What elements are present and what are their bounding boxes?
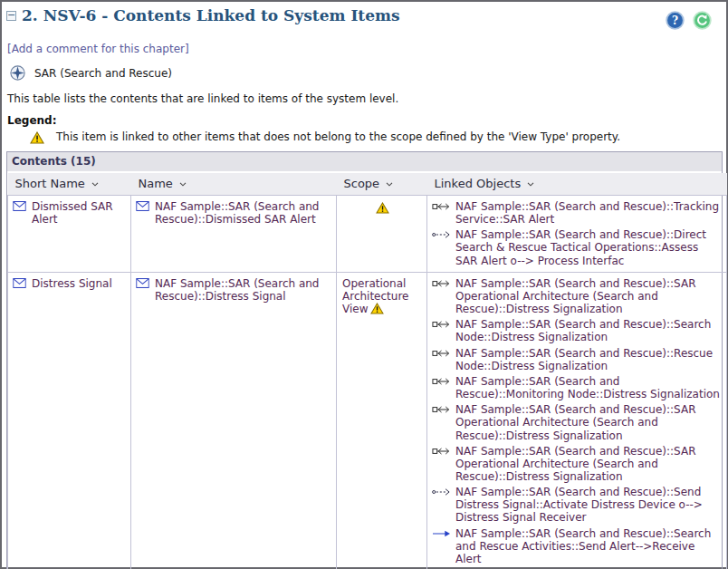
short-name-text[interactable]: Distress Signal [32, 277, 112, 290]
sort-chevron-icon[interactable] [527, 182, 534, 187]
chapter-header: − 2. NSV-6 - Contents Linked to System I… [6, 6, 723, 30]
linked-object-text[interactable]: NAF Sample::SAR (Search and Rescue)::Sen… [455, 486, 723, 524]
linked-object: NAF Sample::SAR (Search and Rescue)::SAR… [432, 403, 723, 441]
linked-object-text[interactable]: NAF Sample::SAR (Search and Rescue)::SAR… [455, 445, 723, 483]
dashed-arrow-icon [432, 230, 451, 239]
table-description: This table lists the contents that are l… [7, 92, 723, 105]
sort-chevron-icon[interactable] [91, 182, 99, 187]
element-name-text[interactable]: NAF Sample::SAR (Search and Rescue)::Dis… [155, 277, 332, 303]
page-title: 2. NSV-6 - Contents Linked to System Ite… [22, 6, 400, 24]
legend-text: This item is linked to other items that … [56, 130, 620, 143]
svg-text:?: ? [672, 14, 678, 27]
column-header-short-name[interactable]: Short Name [8, 173, 131, 196]
resource-interaction-icon [432, 279, 451, 288]
legend-label: Legend: [7, 114, 723, 127]
column-header-linked-objects[interactable]: Linked Objects [427, 173, 727, 196]
linked-object: NAF Sample::SAR (Search and Rescue)::Sen… [432, 486, 723, 524]
linked-object-text[interactable]: NAF Sample::SAR (Search and Rescue)::Res… [455, 347, 723, 372]
table-row: Distress Signal NAF Sample::SAR (Search … [8, 272, 727, 569]
linked-object-text[interactable]: NAF Sample::SAR (Search and Rescue)::Sea… [455, 527, 723, 565]
linked-object-text[interactable]: NAF Sample::SAR (Search and Rescue)::Sea… [455, 318, 723, 343]
refresh-icon [693, 11, 712, 30]
package-name: SAR (Search and Rescue) [34, 67, 172, 80]
add-comment-link[interactable]: [Add a comment for this chapter] [7, 43, 723, 55]
resource-interaction-icon [432, 349, 451, 358]
sort-chevron-icon[interactable] [386, 182, 393, 187]
column-label: Short Name [15, 177, 85, 190]
linked-object: NAF Sample::SAR (Search and Rescue)::Dir… [432, 228, 723, 266]
question-mark-icon: ? [666, 11, 685, 30]
package-line: SAR (Search and Rescue) [10, 65, 723, 81]
resource-interaction-icon [432, 447, 451, 456]
envelope-icon [136, 201, 149, 211]
resource-interaction-icon [432, 320, 451, 329]
linked-object-text[interactable]: NAF Sample::SAR (Search and Rescue)::Dir… [455, 228, 723, 266]
linked-object: NAF Sample::SAR (Search and Rescue)::SAR… [432, 445, 723, 483]
column-header-name[interactable]: Name [131, 173, 337, 196]
envelope-icon [13, 201, 26, 211]
warning-icon [376, 202, 389, 214]
resource-interaction-icon [432, 377, 451, 386]
linked-object-text[interactable]: NAF Sample::SAR (Search and Rescue)::SAR… [455, 277, 723, 315]
table-caption: Contents (15) [7, 152, 722, 173]
element-name-text[interactable]: NAF Sample::SAR (Search and Rescue)::Dis… [155, 200, 332, 226]
linked-object-text[interactable]: NAF Sample::SAR (Search and Rescue)::Mon… [455, 375, 723, 400]
report-page: − 2. NSV-6 - Contents Linked to System I… [0, 0, 728, 569]
envelope-icon [13, 278, 26, 288]
column-label: Scope [344, 177, 380, 190]
table-header-row: Short Name Name Scope Linked Objects [8, 173, 727, 196]
sort-chevron-icon[interactable] [179, 182, 187, 187]
linked-object: NAF Sample::SAR (Search and Rescue)::Tra… [432, 200, 723, 226]
dashed-arrow-icon [432, 487, 451, 497]
envelope-icon [136, 278, 149, 288]
contents-table: Contents (15) Short Name Name Scope Link… [6, 151, 723, 569]
linked-object: NAF Sample::SAR (Search and Rescue)::Sea… [432, 527, 723, 565]
linked-object: NAF Sample::SAR (Search and Rescue)::Mon… [432, 375, 723, 400]
short-name-text[interactable]: Dismissed SAR Alert [32, 200, 127, 226]
refresh-button[interactable] [693, 11, 712, 30]
column-label: Linked Objects [435, 177, 522, 190]
column-header-scope[interactable]: Scope [337, 173, 427, 196]
warning-icon [370, 303, 384, 314]
collapse-section-icon[interactable]: − [6, 11, 16, 21]
help-button[interactable]: ? [666, 11, 685, 30]
solid-arrow-icon [432, 529, 451, 538]
linked-object: NAF Sample::SAR (Search and Rescue)::SAR… [432, 277, 723, 315]
linked-object: NAF Sample::SAR (Search and Rescue)::Res… [432, 347, 723, 372]
resource-interaction-icon [432, 202, 451, 211]
linked-object-text[interactable]: NAF Sample::SAR (Search and Rescue)::SAR… [455, 403, 723, 441]
table-row: Dismissed SAR Alert NAF Sample::SAR (Sea… [8, 196, 727, 273]
legend-item: This item is linked to other items that … [30, 130, 723, 144]
resource-interaction-icon [432, 405, 451, 414]
linked-object: NAF Sample::SAR (Search and Rescue)::Sea… [432, 318, 723, 343]
package-compass-icon [10, 65, 25, 81]
linked-object-text[interactable]: NAF Sample::SAR (Search and Rescue)::Tra… [455, 200, 723, 226]
warning-icon [30, 131, 44, 144]
column-label: Name [139, 177, 173, 190]
